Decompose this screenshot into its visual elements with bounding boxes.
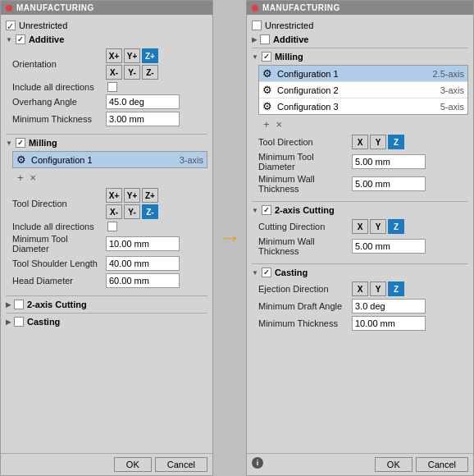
left-2axis-header[interactable]: ▶ 2-axis Cutting	[6, 298, 207, 311]
right-casting-section: ▼ ✓ Casting Ejection Direction X Y Z Min…	[252, 266, 468, 336]
right-cancel-button[interactable]: Cancel	[416, 457, 468, 472]
left-unrestricted-checkbox[interactable]: ✓	[6, 21, 16, 30]
right-additive-label: Additive	[273, 34, 308, 44]
right-2axis-checkbox[interactable]: ✓	[262, 205, 271, 215]
left-zminus-btn[interactable]: Z-	[142, 65, 158, 80]
left-yplus-btn[interactable]: Y+	[124, 48, 140, 63]
left-overhang-label: Overhang Angle	[12, 97, 103, 107]
right-2axis-arrow: ▼	[252, 207, 258, 214]
left-tool-zplus[interactable]: Z+	[142, 188, 158, 203]
right-ok-button[interactable]: OK	[375, 457, 412, 472]
right-cutting-z[interactable]: Z	[388, 219, 404, 234]
right-config-item-1[interactable]: ⚙ Configuration 1 2.5-axis	[259, 66, 467, 82]
right-config-item-3[interactable]: ⚙ Configuration 3 5-axis	[259, 98, 467, 114]
right-tool-dir-label: Tool Direction	[258, 137, 349, 147]
left-overhang-input[interactable]	[106, 94, 180, 109]
left-panel-title: MANUFACTURING	[16, 3, 94, 12]
left-xminus-btn[interactable]: X-	[106, 65, 122, 80]
right-min-tool-input[interactable]	[352, 154, 426, 169]
right-ejection-y[interactable]: Y	[370, 281, 386, 296]
left-casting-checkbox[interactable]	[14, 317, 24, 327]
left-tool-zminus[interactable]: Z-	[142, 204, 158, 219]
left-div2	[6, 295, 207, 296]
right-config-add-btn[interactable]: +	[262, 118, 271, 130]
right-additive-header[interactable]: ▶ Additive	[252, 33, 468, 46]
right-min-wall-label: Minimum Wall Thickness	[258, 174, 349, 194]
left-casting-header[interactable]: ▶ Casting	[6, 315, 207, 328]
left-overhang-row: Overhang Angle	[12, 94, 207, 109]
right-tool-dir-row: Tool Direction X Y Z	[258, 135, 468, 149]
left-config-add-btn[interactable]: +	[16, 172, 25, 184]
right-cutting-y[interactable]: Y	[370, 219, 386, 234]
left-additive-header[interactable]: ▼ ✓ Additive	[6, 33, 207, 46]
right-2axis-wall-input[interactable]	[352, 239, 426, 254]
left-tool-xplus[interactable]: X+	[106, 188, 122, 203]
left-additive-arrow: ▼	[6, 36, 12, 43]
right-ejection-x[interactable]: X	[352, 281, 368, 296]
right-unrestricted-row: Unrestricted	[252, 18, 468, 33]
left-panel-footer: OK Cancel	[1, 453, 212, 475]
right-tool-z[interactable]: Z	[388, 135, 404, 149]
left-milling-checkbox[interactable]: ✓	[16, 138, 25, 148]
right-unrestricted-checkbox[interactable]	[252, 21, 262, 30]
right-min-wall-input[interactable]	[352, 176, 426, 191]
left-div3	[6, 313, 207, 314]
right-draft-angle-input[interactable]	[352, 299, 426, 314]
left-include-label: Include all directions	[12, 82, 103, 92]
left-additive-body: Orientation X+ Y+ Z+ X- Y- Z-	[6, 48, 207, 132]
right-header-dot	[252, 5, 258, 11]
left-orientation-row: Orientation X+ Y+ Z+ X- Y- Z-	[12, 48, 207, 80]
right-casting-body: Ejection Direction X Y Z Minimum Draft A…	[252, 281, 468, 336]
right-milling-header[interactable]: ▼ ✓ Milling	[252, 50, 468, 63]
left-tool-shoulder-input[interactable]	[106, 256, 180, 271]
right-tool-x[interactable]: X	[352, 135, 368, 149]
left-tool-yminus[interactable]: Y-	[124, 204, 140, 219]
right-cutting-dir-axes: X Y Z	[352, 219, 404, 234]
left-config-item-1[interactable]: ⚙ Configuration 1 3-axis	[13, 152, 207, 167]
left-2axis-section: ▶ 2-axis Cutting	[6, 298, 207, 311]
left-unrestricted-row: ✓ Unrestricted	[6, 18, 207, 33]
left-tool-xminus[interactable]: X-	[106, 204, 122, 219]
left-panel-content: ✓ Unrestricted ▼ ✓ Additive Orientation …	[1, 15, 212, 453]
left-milling-include-label: Include all directions	[12, 222, 103, 231]
left-yminus-btn[interactable]: Y-	[124, 65, 140, 80]
right-casting-header[interactable]: ▼ ✓ Casting	[252, 266, 468, 279]
left-head-diam-input[interactable]	[106, 273, 180, 288]
right-2axis-header[interactable]: ▼ ✓ 2-axis Cutting	[252, 204, 468, 217]
right-config1-label: Configuration 1	[277, 69, 339, 79]
left-milling-include-checkbox[interactable]	[107, 222, 117, 231]
right-2axis-wall-label: Minimum Wall Thickness	[258, 236, 349, 256]
left-cancel-button[interactable]: Cancel	[155, 457, 207, 472]
right-panel: MANUFACTURING Unrestricted ▶ Additive ▼ …	[246, 0, 474, 476]
left-milling-header[interactable]: ▼ ✓ Milling	[6, 136, 207, 149]
right-tool-y[interactable]: Y	[370, 135, 386, 149]
left-config-remove-btn[interactable]: ×	[29, 172, 39, 184]
right-config-remove-btn[interactable]: ×	[275, 118, 285, 130]
right-milling-body: ⚙ Configuration 1 2.5-axis ⚙ Configurati…	[252, 65, 468, 199]
left-config1-type: 3-axis	[180, 155, 203, 165]
right-config-item-2[interactable]: ⚙ Configuration 2 3-axis	[259, 82, 467, 98]
right-ejection-z[interactable]: Z	[388, 281, 404, 296]
header-dot	[6, 5, 12, 11]
right-additive-checkbox[interactable]	[260, 34, 270, 44]
left-min-tool-input[interactable]	[106, 236, 180, 251]
right-casting-checkbox[interactable]: ✓	[262, 268, 271, 277]
left-milling-section: ▼ ✓ Milling ⚙ Configuration 1 3-axis + ×	[6, 136, 207, 294]
right-min-tool-label: Minimum Tool Diameter	[258, 152, 349, 172]
left-min-thickness-input[interactable]	[106, 112, 180, 126]
right-cutting-x[interactable]: X	[352, 219, 368, 234]
left-additive-checkbox[interactable]: ✓	[16, 34, 25, 44]
left-ok-button[interactable]: OK	[114, 457, 152, 472]
left-tool-dir-row: Tool Direction X+ Y+ Z+ X- Y- Z-	[12, 188, 207, 219]
left-include-checkbox[interactable]	[107, 82, 117, 92]
left-2axis-checkbox[interactable]	[14, 300, 24, 309]
left-xplus-btn[interactable]: X+	[106, 48, 122, 63]
right-cast-min-thick-input[interactable]	[352, 316, 426, 331]
left-zplus-btn[interactable]: Z+	[142, 48, 158, 63]
left-tool-yplus[interactable]: Y+	[124, 188, 140, 203]
info-icon: i	[252, 457, 263, 469]
right-draft-angle-label: Minimum Draft Angle	[258, 301, 349, 311]
right-ejection-dir-label: Ejection Direction	[258, 284, 349, 294]
right-milling-checkbox[interactable]: ✓	[262, 52, 271, 62]
left-casting-section: ▶ Casting	[6, 315, 207, 328]
